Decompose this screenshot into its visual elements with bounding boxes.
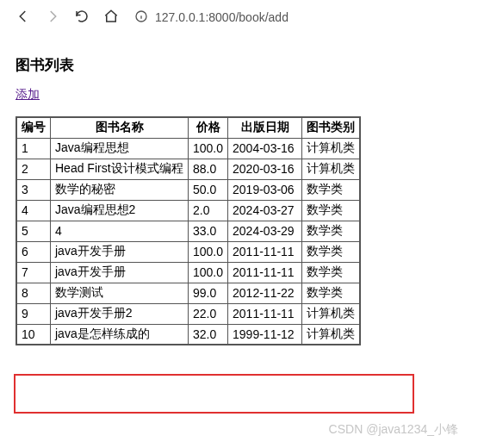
cell-category: 计算机类 xyxy=(302,303,361,324)
cell-date: 2012-11-22 xyxy=(228,283,302,303)
table-row: 1Java编程思想100.02004-03-16计算机类 xyxy=(16,138,360,159)
cell-id: 6 xyxy=(16,241,51,262)
home-icon[interactable] xyxy=(103,9,119,27)
header-date: 出版日期 xyxy=(228,117,302,138)
header-id: 编号 xyxy=(16,117,51,138)
cell-name: java是怎样练成的 xyxy=(51,324,189,345)
cell-price: 88.0 xyxy=(189,159,228,179)
cell-name: 数学的秘密 xyxy=(51,179,189,200)
cell-id: 4 xyxy=(16,200,51,221)
cell-id: 9 xyxy=(16,303,51,324)
table-row: 3数学的秘密50.02019-03-06数学类 xyxy=(16,179,360,200)
table-header-row: 编号 图书名称 价格 出版日期 图书类别 xyxy=(16,117,360,138)
site-info-icon[interactable] xyxy=(134,9,148,26)
add-link[interactable]: 添加 xyxy=(16,87,40,101)
cell-id: 1 xyxy=(16,138,51,159)
cell-price: 100.0 xyxy=(189,138,228,159)
cell-id: 2 xyxy=(16,159,51,179)
cell-date: 1999-11-12 xyxy=(228,324,302,345)
cell-price: 32.0 xyxy=(189,324,228,345)
table-row: 2Head First设计模式编程88.02020-03-16计算机类 xyxy=(16,159,360,179)
cell-price: 100.0 xyxy=(189,262,228,283)
cell-price: 22.0 xyxy=(189,303,228,324)
cell-id: 10 xyxy=(16,324,51,345)
reload-icon[interactable] xyxy=(74,9,90,27)
cell-category: 计算机类 xyxy=(302,138,361,159)
cell-price: 99.0 xyxy=(189,283,228,303)
cell-category: 计算机类 xyxy=(302,324,361,345)
cell-name: Head First设计模式编程 xyxy=(51,159,189,179)
cell-name: java开发手册 xyxy=(51,241,189,262)
cell-id: 7 xyxy=(16,262,51,283)
cell-category: 数学类 xyxy=(302,241,361,262)
cell-category: 数学类 xyxy=(302,179,361,200)
table-row: 7java开发手册100.02011-11-11数学类 xyxy=(16,262,360,283)
cell-date: 2011-11-11 xyxy=(228,262,302,283)
cell-date: 2024-03-29 xyxy=(228,221,302,241)
table-row: 4Java编程思想22.02024-03-27数学类 xyxy=(16,200,360,221)
cell-name: 4 xyxy=(51,221,189,241)
cell-category: 计算机类 xyxy=(302,159,361,179)
cell-price: 2.0 xyxy=(189,200,228,221)
table-row: 9java开发手册222.02011-11-11计算机类 xyxy=(16,303,360,324)
forward-icon[interactable] xyxy=(45,9,60,27)
cell-id: 5 xyxy=(16,221,51,241)
page-title: 图书列表 xyxy=(16,55,468,75)
cell-price: 33.0 xyxy=(189,221,228,241)
cell-category: 数学类 xyxy=(302,283,361,303)
book-table: 编号 图书名称 价格 出版日期 图书类别 1Java编程思想100.02004-… xyxy=(16,116,361,345)
cell-id: 8 xyxy=(16,283,51,303)
cell-name: 数学测试 xyxy=(51,283,189,303)
browser-toolbar: 127.0.0.1:8000/book/add xyxy=(0,0,484,34)
cell-category: 数学类 xyxy=(302,262,361,283)
cell-date: 2004-03-16 xyxy=(228,138,302,159)
cell-date: 2011-11-11 xyxy=(228,241,302,262)
table-row: 5433.02024-03-29数学类 xyxy=(16,221,360,241)
cell-name: java开发手册 xyxy=(51,262,189,283)
cell-name: java开发手册2 xyxy=(51,303,189,324)
cell-price: 50.0 xyxy=(189,179,228,200)
cell-date: 2020-03-16 xyxy=(228,159,302,179)
cell-date: 2024-03-27 xyxy=(228,200,302,221)
header-name: 图书名称 xyxy=(51,117,189,138)
highlight-annotation xyxy=(14,374,414,414)
cell-name: Java编程思想2 xyxy=(51,200,189,221)
cell-category: 数学类 xyxy=(302,200,361,221)
cell-name: Java编程思想 xyxy=(51,138,189,159)
table-row: 8数学测试99.02012-11-22数学类 xyxy=(16,283,360,303)
watermark-text: CSDN @java1234_小锋 xyxy=(329,422,458,438)
table-row: 6java开发手册100.02011-11-11数学类 xyxy=(16,241,360,262)
header-category: 图书类别 xyxy=(302,117,361,138)
table-row: 10java是怎样练成的32.01999-11-12计算机类 xyxy=(16,324,360,345)
cell-category: 数学类 xyxy=(302,221,361,241)
cell-date: 2011-11-11 xyxy=(228,303,302,324)
cell-id: 3 xyxy=(16,179,51,200)
cell-date: 2019-03-06 xyxy=(228,179,302,200)
cell-price: 100.0 xyxy=(189,241,228,262)
header-price: 价格 xyxy=(189,117,228,138)
url-text[interactable]: 127.0.0.1:8000/book/add xyxy=(155,10,289,24)
back-icon[interactable] xyxy=(16,9,31,27)
